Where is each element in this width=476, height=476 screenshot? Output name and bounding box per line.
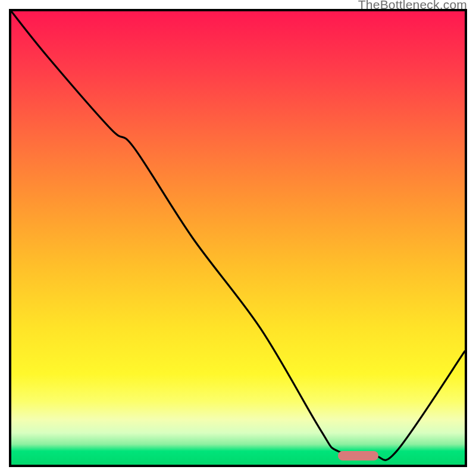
chart-container: TheBottleneck.com — [0, 0, 476, 476]
bottleneck-curve-path — [11, 11, 465, 460]
optimal-marker — [338, 451, 379, 461]
plot-area — [9, 9, 467, 467]
curve-svg — [11, 11, 465, 465]
